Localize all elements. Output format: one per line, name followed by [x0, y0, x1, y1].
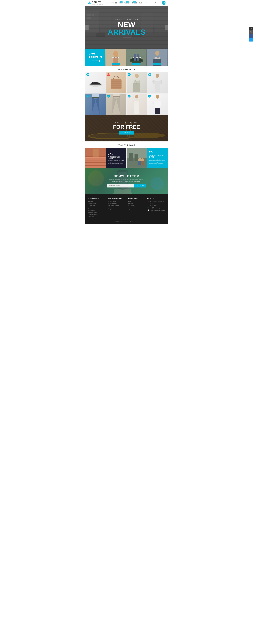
footer-myaccount-col: MY ACCOUNT Sign In View Cart My Wishlist… — [128, 198, 145, 218]
svg-rect-61 — [85, 162, 106, 163]
footer-link-affiliates[interactable]: Affiliates — [108, 206, 126, 208]
footer-link-customer-service[interactable]: Customer Service — [88, 203, 106, 204]
product-badge-3: NEW — [128, 73, 131, 76]
nav-men-badge: SALE — [120, 2, 123, 2]
footer-address-item: 📍 My Company Glasgow D04 89GR — [147, 201, 165, 204]
blog-title-4: EVERYONE LOVES TO SHARE — [149, 155, 166, 158]
logo[interactable]: STILEX MAGENTO THEME — [87, 1, 103, 5]
product-item-4[interactable]: NEW — [147, 72, 168, 94]
svg-rect-49 — [155, 108, 160, 114]
footer-link-intl-shipping[interactable]: International Shipping — [108, 204, 126, 206]
nav-accessories[interactable]: ACCESSORIES▾ — [106, 2, 118, 4]
footer-link-secure-shopping[interactable]: Secure Shopping — [108, 203, 126, 204]
cat-women-shop[interactable]: SHOP NOW! — [112, 63, 120, 65]
footer-whybuy-title: WHY BUY FROM US — [108, 198, 126, 200]
footer-link-advanced-search[interactable]: Advanced Search — [88, 212, 106, 213]
newsletter-email-input[interactable] — [107, 184, 134, 188]
nav-accessories-label: ACCESSORIES — [106, 2, 117, 4]
cat-new-shop[interactable]: SHOP NOW! — [91, 60, 100, 62]
footer-link-orders[interactable]: Orders and Returns — [88, 214, 106, 215]
footer-email-item: ✉ info@demolink.org — [147, 207, 165, 209]
product-item-2[interactable]: SALE — [106, 72, 126, 94]
blog-item-2-text[interactable]: 27 /12 TO THE GIRL WHO THINKS Our store … — [106, 148, 126, 168]
cat-footwear-shop[interactable]: SHOP NOW! — [132, 63, 141, 65]
blog-date-4: 23 /12 — [149, 150, 166, 154]
product-item-5[interactable]: NEW — [85, 94, 106, 115]
location-icon: 📍 — [147, 201, 149, 202]
footer-link-help[interactable]: Help — [128, 208, 145, 210]
newsletter-form: SUBSCRIBE — [107, 184, 146, 188]
brand-sub: MAGENTO THEME — [92, 4, 103, 5]
product-badge-8: NEW — [148, 94, 151, 98]
cat-women-label: WOMEN — [112, 56, 119, 58]
footer-link-privacy[interactable]: Privacy Policy — [88, 204, 106, 206]
svg-rect-62 — [85, 165, 106, 166]
cat-footwear[interactable]: FOOTWEAR SHOP NOW! — [126, 48, 147, 66]
hero-next-btn[interactable]: › — [165, 24, 168, 30]
cart-count: 0 — [164, 2, 165, 4]
footer-link-wishlist[interactable]: My Wishlist — [128, 204, 145, 206]
cart-button[interactable]: 🛒 0 — [162, 1, 166, 5]
svg-rect-41 — [133, 83, 140, 92]
footer-link-contact[interactable]: Contact Us — [88, 216, 106, 217]
product-item-1[interactable]: NEW — [85, 72, 106, 94]
promo-shop-btn[interactable]: SHOP NOW! — [119, 131, 134, 134]
nav-women[interactable]: NEW WOMEN — [124, 2, 130, 4]
nav-shoes[interactable]: NEW SHOES — [132, 2, 137, 4]
welcome-text: Welcome to our online store! — [145, 2, 161, 4]
newsletter-section: NEWSLETTER Subscribe to the STILEX maili… — [85, 168, 168, 194]
footer-grid: INFORMATION About Us Customer Service Pr… — [88, 198, 165, 220]
products-section-title: NEW PRODUCTS — [85, 66, 168, 72]
cat-men[interactable]: MEN SHOP NOW! — [147, 48, 168, 66]
product-blouse-svg — [151, 94, 163, 114]
svg-point-40 — [135, 74, 139, 78]
product-shoes-svg — [88, 78, 104, 88]
cat-men-shop[interactable]: SHOP NOW! — [153, 63, 161, 65]
svg-point-70 — [141, 158, 144, 162]
svg-rect-11 — [87, 14, 89, 16]
cat-new-arrivals[interactable]: NEWARRIVALS SHOP NOW! — [85, 48, 105, 66]
svg-rect-60 — [85, 160, 106, 160]
product-suit-svg — [131, 74, 143, 92]
svg-rect-12 — [89, 14, 91, 16]
blog-date-2: 27 /12 — [108, 152, 125, 156]
footer-link-track-order[interactable]: Track My Order — [128, 206, 145, 208]
cart-icon: 🛒 — [162, 2, 164, 4]
footer-link-shopping-returns[interactable]: Shopping & Returns — [108, 201, 126, 202]
footer-copyright: © 2015 Magento Demo Store. All Rights Re… — [88, 220, 165, 222]
footer-link-search-terms[interactable]: Search Terms — [88, 210, 106, 212]
blog-item-4-text[interactable]: 23 /12 EVERYONE LOVES TO SHARE Forget ab… — [147, 148, 168, 168]
footer-link-sitemap[interactable]: Site Map — [88, 206, 106, 208]
svg-point-77 — [151, 177, 164, 190]
footer-link-viewcart[interactable]: View Cart — [128, 203, 145, 204]
footer-information-title: INFORMATION — [88, 198, 106, 200]
blog-grid: 27 /12 TO THE GIRL WHO THINKS Our store … — [85, 148, 168, 168]
newsletter-subscribe-btn[interactable]: SUBSCRIBE — [134, 184, 146, 188]
blog-desc-2: Our store is more than just another aver… — [108, 160, 125, 166]
footer-email-text: info@demolink.org — [150, 207, 160, 209]
blog-item-1-img[interactable] — [85, 148, 106, 168]
hero-slider: SPRING · SUMMER 2015 NEW ARRIVALS ‹ › — [85, 6, 168, 48]
product-item-3[interactable]: NEW — [127, 72, 147, 94]
footer-link-signin[interactable]: Sign In — [128, 201, 145, 202]
footer-link-group-sales[interactable]: Group Sales — [108, 208, 126, 210]
nav-men[interactable]: SALE MEN — [120, 2, 123, 4]
newsletter-subtitle: Subscribe to the STILEX mailing list to … — [107, 179, 144, 182]
brand-name: STILEX — [92, 1, 103, 4]
product-badge-2: SALE — [107, 73, 110, 76]
cat-women[interactable]: WOMEN SHOP NOW! — [105, 48, 126, 66]
hero-prev-btn[interactable]: ‹ — [85, 24, 89, 30]
footer-link-about[interactable]: About Us — [88, 201, 106, 202]
svg-rect-17 — [96, 32, 105, 37]
svg-rect-46 — [113, 96, 120, 97]
svg-point-48 — [156, 94, 159, 98]
footer-link-blog[interactable]: Blog — [88, 208, 106, 210]
product-item-7[interactable]: NEW — [127, 94, 147, 115]
product-item-6[interactable]: NEW — [106, 94, 126, 115]
product-item-8[interactable]: NEW — [147, 94, 168, 115]
nav-bag[interactable]: BAG — [139, 2, 142, 4]
blog-date-num-2: 27 — [108, 152, 111, 156]
svg-point-42 — [156, 74, 159, 78]
product-badge-5: NEW — [86, 94, 89, 98]
blog-item-3-img[interactable] — [127, 148, 147, 168]
